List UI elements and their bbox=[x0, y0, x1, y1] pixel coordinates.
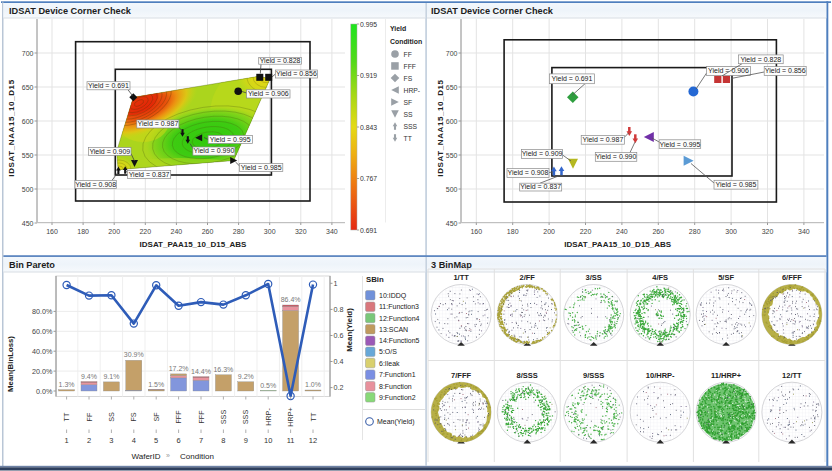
svg-text:6/FFF: 6/FFF bbox=[782, 273, 802, 282]
svg-text:FF: FF bbox=[85, 412, 94, 421]
svg-text:Yield = 0.909: Yield = 0.909 bbox=[89, 148, 130, 155]
svg-text:5:O/S: 5:O/S bbox=[379, 348, 397, 355]
svg-text:240: 240 bbox=[616, 228, 628, 235]
svg-text:9:Function2: 9:Function2 bbox=[379, 394, 416, 401]
svg-text:Yield = 0.990: Yield = 0.990 bbox=[596, 153, 637, 160]
svg-text:0.0%: 0.0% bbox=[36, 387, 53, 396]
svg-text:Yield = 0.909: Yield = 0.909 bbox=[522, 150, 563, 157]
svg-text:160: 160 bbox=[470, 228, 482, 235]
svg-text:500: 500 bbox=[446, 186, 458, 193]
svg-text:200: 200 bbox=[543, 228, 555, 235]
svg-text:700: 700 bbox=[446, 50, 458, 57]
svg-text:9.1%: 9.1% bbox=[103, 373, 119, 380]
svg-text:1: 1 bbox=[65, 436, 69, 445]
svg-text:0.2: 0.2 bbox=[334, 383, 344, 392]
svg-text:FS: FS bbox=[404, 75, 413, 82]
svg-text:0.691: 0.691 bbox=[360, 227, 377, 234]
svg-text:Yield = 0.691: Yield = 0.691 bbox=[552, 75, 593, 82]
svg-text:0.919: 0.919 bbox=[360, 72, 377, 79]
svg-text:300: 300 bbox=[264, 228, 276, 235]
svg-text:Yield = 0.906: Yield = 0.906 bbox=[708, 67, 749, 74]
svg-text:600: 600 bbox=[22, 118, 34, 125]
svg-text:Mean(Yield): Mean(Yield) bbox=[345, 308, 354, 352]
svg-text:Yield = 0.908: Yield = 0.908 bbox=[75, 181, 116, 188]
svg-text:IDSAT_PAA15_10_D15_ABS: IDSAT_PAA15_10_D15_ABS bbox=[564, 240, 672, 249]
svg-text:SBin: SBin bbox=[366, 275, 384, 284]
svg-text:Yield = 0.856: Yield = 0.856 bbox=[276, 70, 317, 77]
svg-text:600: 600 bbox=[446, 118, 458, 125]
svg-text:6: 6 bbox=[177, 436, 181, 445]
svg-text:260: 260 bbox=[652, 228, 664, 235]
svg-text:IDSAT Device Corner Check: IDSAT Device Corner Check bbox=[9, 6, 132, 16]
svg-text:180: 180 bbox=[507, 228, 519, 235]
svg-text:IDSAT_PAA15_10_D15_ABS: IDSAT_PAA15_10_D15_ABS bbox=[140, 240, 248, 249]
svg-text:Yield = 0.987: Yield = 0.987 bbox=[582, 136, 623, 143]
svg-text:Yield = 0.828: Yield = 0.828 bbox=[740, 56, 781, 63]
svg-text:12:Function4: 12:Function4 bbox=[379, 315, 420, 322]
svg-text:86.4%: 86.4% bbox=[281, 296, 301, 303]
svg-text:7:Function1: 7:Function1 bbox=[379, 371, 416, 378]
svg-text:650: 650 bbox=[22, 84, 34, 91]
svg-text:SSS: SSS bbox=[241, 410, 250, 425]
svg-text:FFF: FFF bbox=[197, 410, 206, 424]
svg-text:12/TT: 12/TT bbox=[782, 371, 802, 380]
svg-text:Mean(Yield): Mean(Yield) bbox=[377, 418, 414, 426]
svg-text:SF: SF bbox=[404, 99, 413, 106]
svg-text:Yield = 0.837: Yield = 0.837 bbox=[520, 183, 561, 190]
svg-text:11/HRP+: 11/HRP+ bbox=[711, 371, 742, 380]
svg-text:SS: SS bbox=[107, 412, 116, 422]
svg-text:TT: TT bbox=[62, 412, 71, 421]
svg-text:Yield: Yield bbox=[390, 25, 406, 32]
svg-text:340: 340 bbox=[798, 228, 810, 235]
svg-text:Yield = 0.908: Yield = 0.908 bbox=[508, 169, 549, 176]
svg-text:HRP-: HRP- bbox=[404, 87, 421, 94]
svg-text:7: 7 bbox=[199, 436, 203, 445]
svg-text:10:IDDQ: 10:IDDQ bbox=[379, 292, 407, 300]
svg-text:Yield = 0.691: Yield = 0.691 bbox=[88, 82, 129, 89]
svg-text:HRP-: HRP- bbox=[264, 408, 273, 426]
svg-text:550: 550 bbox=[446, 152, 458, 159]
svg-text:450: 450 bbox=[446, 220, 458, 227]
svg-text:280: 280 bbox=[689, 228, 701, 235]
svg-text:11:Function3: 11:Function3 bbox=[379, 303, 419, 310]
svg-text:WaferID: WaferID bbox=[131, 452, 160, 461]
svg-text:»: » bbox=[166, 452, 170, 459]
svg-text:Yield = 0.985: Yield = 0.985 bbox=[241, 164, 282, 171]
svg-text:2: 2 bbox=[87, 436, 91, 445]
svg-text:1.0%: 1.0% bbox=[305, 381, 321, 388]
svg-text:700: 700 bbox=[22, 50, 34, 57]
svg-text:1: 1 bbox=[334, 279, 338, 288]
svg-text:FS: FS bbox=[129, 412, 138, 421]
svg-text:TT: TT bbox=[309, 412, 318, 421]
svg-text:SS: SS bbox=[404, 111, 414, 118]
svg-text:Yield = 0.990: Yield = 0.990 bbox=[193, 147, 234, 154]
svg-text:Yield = 0.995: Yield = 0.995 bbox=[660, 141, 701, 148]
svg-text:Yield = 0.837: Yield = 0.837 bbox=[129, 171, 170, 178]
svg-text:9: 9 bbox=[244, 436, 248, 445]
svg-text:TT: TT bbox=[404, 135, 412, 142]
svg-text:FFF: FFF bbox=[404, 63, 416, 70]
svg-text:9/SSS: 9/SSS bbox=[583, 371, 604, 380]
svg-text:Yield = 0.856: Yield = 0.856 bbox=[765, 67, 806, 74]
svg-text:IDSAT_NAA15_10_D15: IDSAT_NAA15_10_D15 bbox=[7, 79, 16, 176]
svg-text:180: 180 bbox=[77, 228, 89, 235]
svg-text:Yield = 0.985: Yield = 0.985 bbox=[716, 181, 757, 188]
svg-text:3/SS: 3/SS bbox=[586, 273, 602, 282]
svg-text:4/FS: 4/FS bbox=[652, 273, 668, 282]
svg-text:80.0%: 80.0% bbox=[32, 307, 53, 316]
svg-text:5: 5 bbox=[154, 436, 158, 445]
svg-text:260: 260 bbox=[202, 228, 214, 235]
svg-text:Yield = 0.987: Yield = 0.987 bbox=[137, 120, 178, 127]
svg-text:10: 10 bbox=[264, 436, 272, 445]
svg-text:6:Ileak: 6:Ileak bbox=[379, 360, 400, 367]
svg-text:14:Function5: 14:Function5 bbox=[379, 337, 420, 344]
svg-text:10/HRP-: 10/HRP- bbox=[646, 371, 675, 380]
svg-text:FF: FF bbox=[404, 51, 412, 58]
svg-text:220: 220 bbox=[139, 228, 151, 235]
svg-text:3: 3 bbox=[109, 436, 113, 445]
svg-text:4: 4 bbox=[132, 436, 136, 445]
svg-text:1.5%: 1.5% bbox=[148, 381, 164, 388]
svg-text:0.6: 0.6 bbox=[334, 331, 344, 340]
svg-text:550: 550 bbox=[22, 152, 34, 159]
svg-text:0.4: 0.4 bbox=[334, 357, 344, 366]
